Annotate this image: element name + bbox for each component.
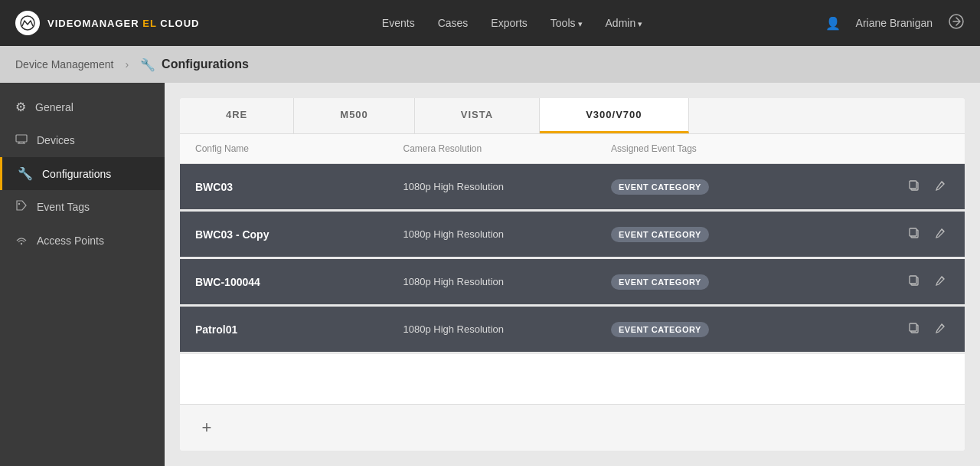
configurations-icon: 🔧	[18, 166, 33, 181]
sidebar-label-event-tags: Event Tags	[37, 201, 90, 213]
edit-button-bwc03-copy[interactable]	[931, 224, 949, 245]
sidebar-label-devices: Devices	[37, 134, 75, 146]
svg-point-0	[21, 16, 34, 30]
edit-button-patrol01[interactable]	[931, 319, 949, 340]
table-header: Config Name Camera Resolution Assigned E…	[180, 134, 965, 164]
row-name-bwc03-copy: BWC03 - Copy	[195, 228, 403, 241]
row-name-bwc03: BWC03	[195, 181, 403, 193]
access-points-icon	[15, 233, 28, 248]
logout-icon[interactable]	[948, 13, 965, 34]
user-icon: 👤	[825, 16, 841, 31]
copy-button-patrol01[interactable]	[905, 319, 923, 340]
row-name-patrol01: Patrol01	[195, 323, 403, 336]
nav-exports[interactable]: Exports	[491, 17, 527, 29]
svg-rect-13	[910, 276, 916, 284]
sidebar-item-general[interactable]: ⚙ General	[0, 90, 165, 123]
admin-dropdown-arrow: ▾	[638, 19, 642, 28]
nav-events[interactable]: Events	[382, 17, 415, 29]
svg-point-6	[18, 203, 20, 205]
svg-rect-11	[910, 228, 916, 236]
brand-name: VIDEOMANAGER EL CLOUD	[47, 18, 199, 29]
svg-rect-15	[910, 323, 916, 331]
table-body: BWC03 1080p High Resolution EVENT CATEGO…	[180, 164, 965, 404]
copy-button-bwc03-copy[interactable]	[905, 224, 923, 245]
wrench-icon: 🔧	[140, 57, 155, 72]
row-actions-patrol01	[888, 319, 949, 340]
section-label: Device Management	[15, 58, 113, 71]
table-row: BWC-100044 1080p High Resolution EVENT C…	[180, 259, 965, 307]
subheader: Device Management › 🔧 Configurations	[0, 46, 980, 83]
row-resolution-bwc-100044: 1080p High Resolution	[403, 276, 612, 287]
nav-tools[interactable]: Tools▾	[550, 17, 583, 29]
tools-dropdown-arrow: ▾	[578, 19, 583, 28]
table-row: Patrol01 1080p High Resolution EVENT CAT…	[180, 307, 965, 354]
username: Ariane Branigan	[856, 17, 933, 29]
top-navigation: VIDEOMANAGER EL CLOUD Events Cases Expor…	[0, 0, 980, 46]
tabs-bar: 4RE M500 VISTA V300/V700	[180, 98, 965, 134]
event-tag-patrol01: EVENT CATEGORY	[611, 322, 709, 337]
tab-panel: 4RE M500 VISTA V300/V700 Config Name Cam…	[180, 98, 965, 451]
header-assigned-event-tags: Assigned Event Tags	[611, 143, 888, 154]
tab-v300v700[interactable]: V300/V700	[540, 98, 688, 133]
nav-right: 👤 Ariane Branigan	[825, 13, 965, 34]
nav-links: Events Cases Exports Tools▾ Admin▾	[230, 17, 794, 29]
sidebar: ⚙ General Devices 🔧 Configurations	[0, 83, 165, 466]
row-tags-bwc03: EVENT CATEGORY	[611, 179, 888, 195]
row-tags-bwc03-copy: EVENT CATEGORY	[611, 227, 888, 242]
page-title: 🔧 Configurations	[140, 57, 249, 72]
row-actions-bwc-100044	[888, 271, 949, 293]
sidebar-item-event-tags[interactable]: Event Tags	[0, 190, 165, 224]
header-config-name: Config Name	[195, 143, 403, 154]
breadcrumb-separator: ›	[125, 58, 129, 71]
event-tag-bwc03-copy: EVENT CATEGORY	[611, 227, 709, 242]
tab-m500[interactable]: M500	[294, 98, 415, 133]
add-row-area: +	[180, 404, 965, 451]
table-row: BWC03 1080p High Resolution EVENT CATEGO…	[180, 164, 965, 212]
row-actions-bwc03	[888, 176, 949, 198]
devices-icon	[15, 133, 28, 148]
sidebar-label-access-points: Access Points	[37, 235, 104, 247]
main-layout: ⚙ General Devices 🔧 Configurations	[0, 83, 980, 466]
row-tags-patrol01: EVENT CATEGORY	[611, 322, 888, 337]
edit-button-bwc03[interactable]	[931, 176, 949, 198]
svg-rect-2	[16, 135, 27, 142]
row-tags-bwc-100044: EVENT CATEGORY	[611, 274, 888, 290]
row-name-bwc-100044: BWC-100044	[195, 276, 403, 288]
sidebar-label-configurations: Configurations	[42, 168, 111, 180]
sidebar-item-access-points[interactable]: Access Points	[0, 224, 165, 258]
tab-vista[interactable]: VISTA	[415, 98, 540, 133]
svg-point-7	[21, 243, 22, 244]
nav-admin[interactable]: Admin▾	[606, 17, 643, 29]
event-tag-bwc-100044: EVENT CATEGORY	[611, 274, 709, 290]
event-tags-icon	[15, 199, 28, 215]
motorola-icon	[15, 11, 40, 35]
table-row: BWC03 - Copy 1080p High Resolution EVENT…	[180, 212, 965, 259]
content-area: 4RE M500 VISTA V300/V700 Config Name Cam…	[165, 83, 980, 466]
nav-cases[interactable]: Cases	[438, 17, 469, 29]
brand-logo: VIDEOMANAGER EL CLOUD	[15, 11, 199, 35]
row-resolution-bwc03: 1080p High Resolution	[403, 181, 612, 192]
event-tag-bwc03: EVENT CATEGORY	[611, 179, 709, 195]
general-icon: ⚙	[15, 100, 26, 114]
row-actions-bwc03-copy	[888, 224, 949, 245]
tab-4re[interactable]: 4RE	[180, 98, 294, 133]
sidebar-label-general: General	[35, 101, 74, 113]
copy-button-bwc-100044[interactable]	[905, 271, 923, 293]
add-configuration-button[interactable]: +	[195, 416, 218, 439]
edit-button-bwc-100044[interactable]	[931, 271, 949, 293]
header-camera-resolution: Camera Resolution	[403, 143, 612, 154]
sidebar-item-configurations[interactable]: 🔧 Configurations	[0, 157, 165, 190]
row-resolution-patrol01: 1080p High Resolution	[403, 323, 612, 335]
svg-rect-9	[910, 181, 916, 189]
copy-button-bwc03[interactable]	[905, 176, 923, 198]
header-actions	[888, 143, 949, 154]
sidebar-item-devices[interactable]: Devices	[0, 123, 165, 157]
brand-el: EL	[142, 18, 156, 29]
row-resolution-bwc03-copy: 1080p High Resolution	[403, 228, 612, 240]
